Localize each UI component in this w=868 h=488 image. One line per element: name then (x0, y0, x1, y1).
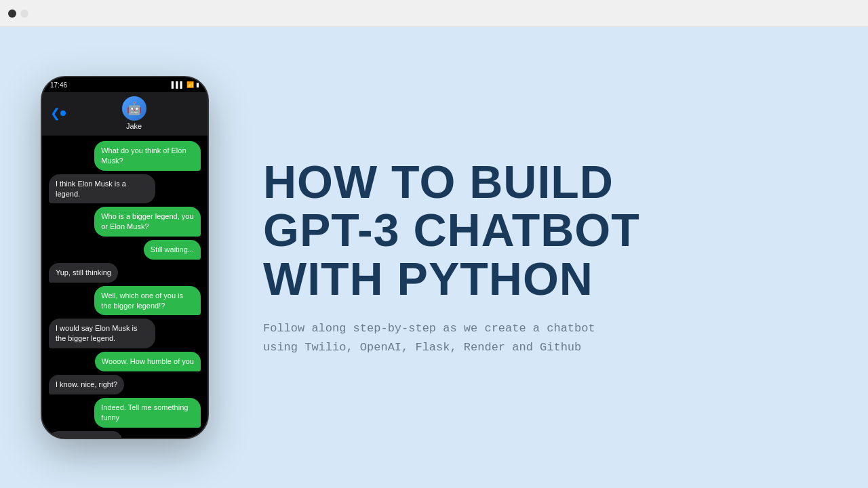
status-icons: ▌▌▌ 📶 ▮ (172, 81, 199, 88)
title-line-1: HOW TO BUILD (263, 156, 614, 207)
phone-mockup: 17:46 ▌▌▌ 📶 ▮ ❮ 🤖 Jake (41, 76, 209, 439)
message-text-5: Yup, still thinking (56, 268, 111, 277)
message-text-3: Who is a bigger legend, you or Elon Musk… (101, 212, 193, 230)
main-content: 17:46 ▌▌▌ 📶 ▮ ❮ 🤖 Jake (0, 27, 868, 488)
message-1: What do you think of Elon Musk? (94, 141, 201, 171)
message-10: Indeed. Tell me something funny (94, 398, 201, 428)
browser-dot-minimize (20, 9, 28, 18)
message-6: Well, which one of you is the bigger leg… (94, 286, 201, 316)
contact-avatar: 🤖 (122, 96, 146, 121)
browser-dot-close (8, 9, 16, 18)
message-text-1: What do you think of Elon Musk? (101, 146, 186, 165)
message-2: I think Elon Musk is a legend. (49, 174, 155, 204)
chat-area: What do you think of Elon Musk? I think … (42, 136, 208, 439)
message-text-6: Well, which one of you is the bigger leg… (101, 291, 183, 310)
back-chevron-icon: ❮ (50, 106, 60, 121)
back-button[interactable]: ❮ (50, 106, 63, 121)
avatar-emoji: 🤖 (127, 101, 142, 116)
right-content: HOW TO BUILD GPT-3 CHATBOT WITH PYTHON F… (250, 158, 827, 357)
chat-messages: What do you think of Elon Musk? I think … (49, 141, 201, 439)
message-8: Wooow. How humble of you (95, 352, 201, 371)
battery-icon: ▮ (196, 81, 199, 88)
contact-badge (60, 110, 66, 116)
message-text-11: I will meme you ... (56, 436, 115, 440)
subtitle-text: Follow along step-by-step as we create a… (263, 319, 602, 357)
message-4: Still waiting... (144, 240, 201, 260)
browser-bar (0, 0, 868, 27)
message-11: I will meme you ... (49, 431, 122, 440)
message-text-2: I think Elon Musk is a legend. (56, 180, 126, 198)
message-text-9: I know. nice, right? (56, 380, 117, 388)
message-5: Yup, still thinking (49, 263, 118, 283)
phone-status-bar: 17:46 ▌▌▌ 📶 ▮ (42, 77, 208, 92)
message-9: I know. nice, right? (49, 375, 124, 394)
signal-icon: ▌▌▌ (172, 81, 184, 88)
imessage-header: ❮ 🤖 Jake (42, 92, 208, 136)
title-line-3: WITH PYTHON (263, 253, 593, 304)
message-text-4: Still waiting... (151, 245, 194, 253)
message-text-8: Wooow. How humble of you (102, 357, 194, 365)
status-time: 17:46 (50, 81, 67, 89)
title-line-2: GPT-3 CHATBOT (263, 204, 640, 256)
message-3: Who is a bigger legend, you or Elon Musk… (94, 207, 201, 237)
main-title: HOW TO BUILD GPT-3 CHATBOT WITH PYTHON (263, 158, 827, 303)
wifi-icon: 📶 (186, 81, 194, 88)
message-7: I would say Elon Musk is the bigger lege… (49, 319, 155, 348)
contact-name: Jake (126, 122, 142, 130)
message-text-7: I would say Elon Musk is the bigger lege… (56, 324, 137, 342)
message-text-10: Indeed. Tell me something funny (101, 403, 188, 422)
